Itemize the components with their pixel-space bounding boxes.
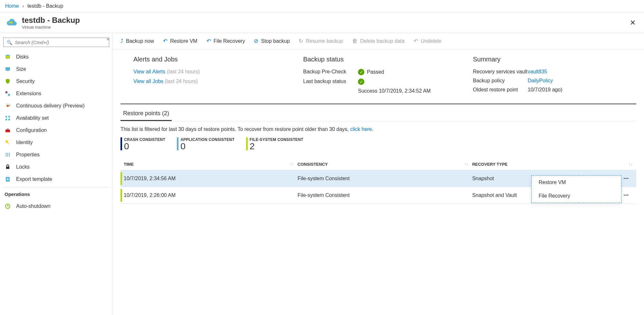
delete-backup-data-button: 🗑Delete backup data — [352, 38, 405, 44]
accent-bar — [120, 137, 122, 150]
sidebar-item-label: Configuration — [16, 127, 47, 133]
col-label: CONSISTENCY — [298, 162, 328, 167]
sidebar-item-size[interactable]: Size — [0, 63, 112, 75]
sort-icon: ↑↓ — [629, 162, 632, 167]
counter-fs: FILE-SYSTEM CONSISTENT2 — [246, 137, 303, 151]
resume-backup-button: ↻Resume backup — [299, 38, 343, 44]
stop-backup-button[interactable]: ⊘Stop backup — [254, 38, 290, 44]
search-field[interactable] — [15, 40, 106, 45]
file-recovery-button[interactable]: ↶File Recovery — [207, 38, 245, 44]
stop-icon: ⊘ — [254, 38, 258, 44]
svg-rect-2 — [7, 71, 9, 71]
sidebar-item-locks[interactable]: Locks — [0, 161, 112, 173]
cell-time: 10/7/2019, 2:26:00 AM — [124, 187, 298, 204]
counter-label: APPLICATION CONSISTENT — [180, 137, 235, 142]
svg-rect-15 — [6, 153, 6, 157]
col-recovery[interactable]: RECOVERY TYPE — [472, 159, 623, 170]
svg-rect-3 — [5, 91, 7, 93]
svg-rect-6 — [5, 116, 7, 117]
svg-rect-18 — [6, 167, 9, 169]
sidebar-item-label: Export template — [16, 176, 52, 182]
sidebar-item-label: Disks — [16, 54, 29, 60]
close-button[interactable]: ✕ — [627, 19, 639, 27]
refresh-icon: ↻ — [299, 38, 303, 44]
collapse-icon[interactable]: « — [107, 36, 109, 42]
sidebar-item-security[interactable]: Security — [0, 75, 112, 88]
policy-label: Backup policy — [473, 78, 528, 84]
sidebar-item-label: Continuous delivery (Preview) — [16, 103, 85, 109]
main-content: ⤴Backup now ↶Restore VM ↶File Recovery ⊘… — [113, 33, 644, 315]
svg-rect-11 — [5, 130, 10, 130]
tabs: Restore points (2) — [120, 107, 636, 121]
policy-link[interactable]: DailyPolicy — [528, 78, 553, 84]
precheck-label: Backup Pre-Check — [303, 69, 358, 75]
properties-icon — [5, 152, 11, 158]
sidebar-item-label: Availability set — [16, 115, 49, 121]
sidebar-item-extensions[interactable]: Extensions — [0, 88, 112, 100]
sidebar-item-auto-shutdown[interactable]: Auto-shutdown — [0, 200, 112, 212]
svg-point-13 — [5, 140, 8, 143]
size-icon — [5, 66, 11, 72]
status-title: Backup status — [303, 56, 454, 63]
check-icon: ✓ — [358, 79, 364, 85]
oldest-label: Oldest restore point — [473, 87, 528, 93]
counter-crash: CRASH CONSISTENT0 — [120, 137, 165, 151]
sidebar-item-availability-set[interactable]: Availability set — [0, 112, 112, 124]
view-alerts-link[interactable]: View all Alerts — [133, 69, 165, 74]
oldest-value: 10/7/2019 ago) — [528, 87, 562, 93]
backup-now-button[interactable]: ⤴Backup now — [120, 38, 154, 44]
alerts-column: Alerts and Jobs View all Alerts (last 24… — [133, 56, 284, 97]
extensions-icon — [5, 90, 11, 97]
accent-bar — [246, 137, 248, 150]
sidebar: « 🔍 Disks Size Security Extensions Conti… — [0, 33, 113, 315]
tab-restore-points[interactable]: Restore points (2) — [120, 107, 172, 121]
sidebar-item-properties[interactable]: Properties — [0, 149, 112, 161]
col-time[interactable]: TIME↑↓ — [124, 159, 298, 170]
col-consistency[interactable]: CONSISTENCY↑↓ — [298, 159, 472, 170]
sidebar-item-configuration[interactable]: Configuration — [0, 124, 112, 136]
view-jobs-link[interactable]: View all Jobs — [133, 79, 163, 84]
sidebar-item-label: Size — [16, 66, 26, 72]
undo-icon: ↶ — [207, 38, 211, 44]
consistency-counters: CRASH CONSISTENT0 APPLICATION CONSISTENT… — [113, 137, 644, 155]
sidebar-item-disks[interactable]: Disks — [0, 51, 112, 63]
svg-rect-14 — [7, 142, 9, 144]
lastbackup-value: ✓ — [358, 79, 367, 85]
sidebar-item-label: Extensions — [16, 91, 41, 97]
svg-rect-5 — [7, 105, 9, 107]
sidebar-item-export-template[interactable]: Export template — [0, 173, 112, 185]
disks-icon — [5, 54, 11, 60]
vault-link[interactable]: vault835 — [528, 69, 547, 75]
page-subtitle: Virtual machine — [22, 25, 80, 30]
shield-icon — [5, 78, 11, 85]
note-text: This list is filtered for last 30 days o… — [120, 126, 350, 132]
breadcrumb-home[interactable]: Home — [5, 3, 19, 9]
sidebar-item-continuous-delivery[interactable]: Continuous delivery (Preview) — [0, 100, 112, 112]
cloud-icon — [5, 16, 18, 29]
page-title: testdb - Backup — [22, 16, 80, 25]
context-restore-vm[interactable]: Restore VM — [532, 176, 621, 189]
sidebar-item-identity[interactable]: Identity — [0, 136, 112, 149]
search-input[interactable]: 🔍 — [3, 38, 109, 47]
svg-rect-8 — [5, 119, 7, 120]
section-operations: Operations — [0, 188, 112, 200]
context-file-recovery[interactable]: File Recovery — [532, 189, 621, 203]
row-actions-button[interactable]: ··· — [623, 175, 629, 182]
counter-label: FILE-SYSTEM CONSISTENT — [250, 137, 303, 142]
click-here-link[interactable]: click here — [350, 126, 372, 132]
label: Resume backup — [306, 38, 343, 44]
undo-icon: ↶ — [414, 38, 418, 44]
col-label: TIME — [124, 162, 134, 167]
row-actions-button[interactable]: ··· — [623, 191, 629, 199]
sidebar-item-label: Security — [16, 79, 35, 84]
cell-consistency: File-system Consistent — [298, 187, 472, 204]
overview-panel: Alerts and Jobs View all Alerts (last 24… — [120, 49, 636, 104]
availability-icon — [5, 115, 11, 121]
export-icon — [5, 176, 11, 182]
alerts-title: Alerts and Jobs — [133, 56, 284, 63]
muted-label: (last 24 hours) — [167, 69, 200, 74]
restore-vm-button[interactable]: ↶Restore VM — [163, 38, 197, 44]
clock-icon — [5, 203, 11, 209]
row-accent — [120, 189, 122, 202]
sort-icon: ↑↓ — [465, 162, 468, 166]
